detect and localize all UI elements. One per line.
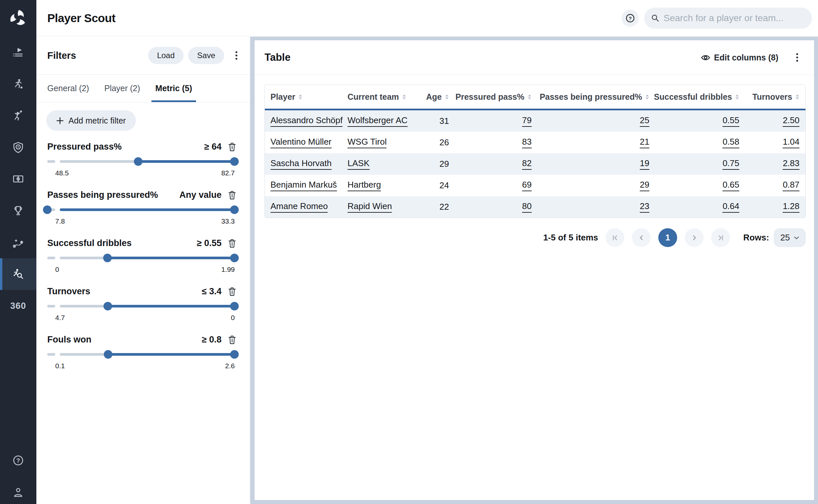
tab-general[interactable]: General (2) xyxy=(47,75,89,102)
player-link[interactable]: Amane Romeo xyxy=(271,202,328,212)
metric-value-link[interactable]: 80 xyxy=(522,202,532,212)
slider-handle-low[interactable] xyxy=(104,350,112,359)
column-header-pressured-pass[interactable]: Pressured pass% xyxy=(449,85,532,110)
slider-handle-low[interactable] xyxy=(103,302,112,310)
previous-page-button[interactable] xyxy=(632,228,651,247)
last-page-button[interactable] xyxy=(711,228,730,247)
column-header-successful-dribbles[interactable]: Successful dribbles xyxy=(650,85,739,110)
metric-value-link[interactable]: 1.04 xyxy=(783,137,799,148)
next-page-button[interactable] xyxy=(685,228,704,247)
range-slider[interactable] xyxy=(47,350,236,359)
column-header-player[interactable]: Player xyxy=(265,85,348,110)
metric-value-link[interactable]: 0.65 xyxy=(723,180,739,191)
sidebar-item-pitch[interactable] xyxy=(0,163,36,195)
sidebar-item-player[interactable] xyxy=(0,68,36,100)
sidebar-item-player-scout[interactable] xyxy=(0,258,36,290)
range-slider[interactable] xyxy=(47,205,236,214)
sidebar-item-team[interactable] xyxy=(0,131,36,163)
range-slider[interactable] xyxy=(47,157,236,166)
metric-value-link[interactable]: 0.87 xyxy=(783,180,799,191)
player-link[interactable]: Valentino Müller xyxy=(271,137,332,148)
slider-handle-low[interactable] xyxy=(43,205,52,214)
sort-icon[interactable] xyxy=(645,94,650,100)
slider-handle-low[interactable] xyxy=(103,254,112,262)
metric-value-link[interactable]: 2.83 xyxy=(783,159,799,169)
slider-handle-low[interactable] xyxy=(134,157,142,166)
delete-filter-button[interactable] xyxy=(228,142,236,152)
search-input[interactable] xyxy=(664,13,805,23)
team-link[interactable]: Hartberg xyxy=(348,180,381,191)
help-button[interactable]: ? xyxy=(622,10,639,27)
sort-icon[interactable] xyxy=(445,94,449,100)
team-link[interactable]: Rapid Wien xyxy=(348,202,392,212)
player-link[interactable]: Alessandro Schöpf xyxy=(271,116,343,126)
delete-filter-button[interactable] xyxy=(228,191,236,200)
slider-track[interactable] xyxy=(60,305,233,307)
metric-value-link[interactable]: 83 xyxy=(522,137,532,148)
sidebar-account-button[interactable] xyxy=(0,477,36,504)
tab-metric[interactable]: Metric (5) xyxy=(151,75,196,102)
slider-track[interactable] xyxy=(60,208,233,211)
metric-value-link[interactable]: 0.58 xyxy=(723,137,739,148)
metric-value-link[interactable]: 2.50 xyxy=(783,116,799,126)
delete-filter-button[interactable] xyxy=(228,335,236,344)
app-logo[interactable] xyxy=(0,0,36,36)
team-link[interactable]: LASK xyxy=(348,159,370,169)
metric-value-link[interactable]: 79 xyxy=(522,116,532,126)
sort-icon[interactable] xyxy=(735,94,739,100)
slider-track[interactable] xyxy=(60,257,233,259)
sort-icon[interactable] xyxy=(298,94,303,100)
slider-track[interactable] xyxy=(60,160,233,163)
sidebar-item-goalkeeper[interactable] xyxy=(0,100,36,131)
column-header-turnovers[interactable]: Turnovers xyxy=(739,85,806,110)
slider-handle-high[interactable] xyxy=(230,350,239,359)
sidebar-item-tactics[interactable] xyxy=(0,227,36,258)
save-filters-button[interactable]: Save xyxy=(188,47,224,64)
team-link[interactable]: Wolfsberger AC xyxy=(348,116,408,126)
sidebar-item-playlist[interactable] xyxy=(0,36,36,68)
column-header-age[interactable]: Age xyxy=(418,85,449,110)
trash-icon xyxy=(228,287,236,296)
filters-menu-button[interactable] xyxy=(232,51,242,60)
range-slider[interactable] xyxy=(47,254,236,262)
tab-player[interactable]: Player (2) xyxy=(104,75,140,102)
player-link[interactable]: Benjamin Markuš xyxy=(271,180,337,191)
sidebar-item-competition[interactable] xyxy=(0,195,36,227)
slider-handle-high[interactable] xyxy=(230,205,239,214)
add-metric-filter-button[interactable]: Add metric filter xyxy=(46,110,136,131)
metric-value-link[interactable]: 19 xyxy=(640,159,650,169)
slider-handle-high[interactable] xyxy=(230,157,239,166)
first-page-button[interactable] xyxy=(605,228,624,247)
metric-value-link[interactable]: 0.55 xyxy=(723,116,739,126)
delete-filter-button[interactable] xyxy=(228,287,236,296)
edit-columns-button[interactable]: Edit columns (8) xyxy=(701,53,778,62)
metric-value-link[interactable]: 69 xyxy=(522,180,532,191)
slider-track[interactable] xyxy=(60,353,233,356)
metric-value-link[interactable]: 23 xyxy=(640,202,650,212)
current-page-button[interactable]: 1 xyxy=(658,228,677,247)
range-slider[interactable] xyxy=(47,302,236,310)
metric-value-link[interactable]: 21 xyxy=(640,137,650,148)
column-header-current-team[interactable]: Current team xyxy=(348,85,418,110)
sort-icon[interactable] xyxy=(527,94,532,100)
sidebar-help-button[interactable]: ? xyxy=(0,445,36,476)
table-menu-button[interactable] xyxy=(792,53,802,62)
global-search[interactable] xyxy=(644,8,812,29)
rows-per-page-select[interactable]: 25 xyxy=(774,228,806,247)
load-filters-button[interactable]: Load xyxy=(148,47,183,64)
delete-filter-button[interactable] xyxy=(228,239,236,248)
metric-value-link[interactable]: 0.64 xyxy=(723,202,739,212)
sidebar-item-360[interactable]: 360 xyxy=(0,290,36,322)
sort-icon[interactable] xyxy=(795,94,799,100)
metric-value-link[interactable]: 82 xyxy=(522,159,532,169)
team-link[interactable]: WSG Tirol xyxy=(348,137,387,148)
sort-icon[interactable] xyxy=(402,94,406,100)
slider-handle-high[interactable] xyxy=(230,254,239,262)
player-link[interactable]: Sascha Horvath xyxy=(271,159,332,169)
metric-value-link[interactable]: 0.75 xyxy=(723,159,739,169)
metric-value-link[interactable]: 25 xyxy=(640,116,650,126)
metric-value-link[interactable]: 1.28 xyxy=(783,202,799,212)
slider-handle-high[interactable] xyxy=(230,302,239,310)
column-header-passes-being-pressured[interactable]: Passes being pressured% xyxy=(532,85,650,110)
metric-value-link[interactable]: 29 xyxy=(640,180,650,191)
